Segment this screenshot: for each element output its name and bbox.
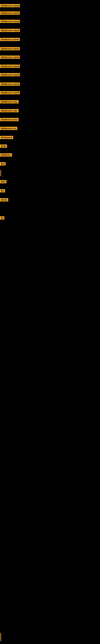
bottleneck-badge: Bottl (0, 144, 7, 148)
bottleneck-badge: Bottleneck result (0, 91, 20, 94)
bottleneck-badge: Bottleneck result (0, 4, 20, 7)
bottleneck-badge-wrapper: Bottleneck resu (0, 100, 19, 104)
bottleneck-badge: Bottleneck result (0, 56, 20, 59)
bottleneck-badge-wrapper: Bottleneck result (0, 29, 20, 33)
bottleneck-badge-wrapper: Bo (0, 216, 4, 220)
bottleneck-badge: Bottleneck result (0, 82, 20, 86)
bottleneck-badge: Bottleneck result (0, 38, 20, 41)
bottleneck-badge: Bott (0, 180, 6, 183)
bottleneck-badge: Bottleneck resu (0, 109, 19, 112)
bottleneck-badge-wrapper: Bottleneck resu (0, 118, 19, 122)
bottleneck-badge: Bottlenec (0, 153, 12, 156)
bottleneck-badge-wrapper: Bottleneck result (0, 4, 20, 8)
bottleneck-badge: Bottleneck res (0, 127, 17, 130)
bottleneck-badge: Bot (0, 162, 6, 166)
bottleneck-badge-wrapper: Bottleneck resu (0, 109, 19, 113)
bottleneck-badge-wrapper: Bottleneck result (0, 47, 20, 51)
vertical-line (0, 170, 1, 176)
bottleneck-badge: Bottleneck result (0, 64, 20, 68)
bottleneck-badge-wrapper: Bottleneck (0, 136, 13, 140)
bottleneck-badge-wrapper: Bottleneck result (0, 56, 20, 60)
bottleneck-badge-wrapper: Bot (0, 162, 6, 166)
bottleneck-badge: Bo (0, 216, 4, 220)
bottleneck-badge: Bottleneck resu (0, 100, 19, 104)
bottleneck-badge-wrapper: Bottle (0, 198, 8, 202)
bottleneck-badge: Bottle (0, 198, 8, 202)
bottleneck-badge-wrapper: Bottlenec (0, 153, 12, 158)
bottleneck-badge: Bo (0, 189, 5, 192)
bottleneck-badge: Bottleneck result (0, 73, 20, 76)
bottleneck-badge: Bottleneck (0, 136, 13, 139)
bottleneck-badge-wrapper: Bottleneck result (0, 12, 20, 16)
site-title (0, 0, 100, 2)
bottleneck-badge-wrapper: Bottleneck result (0, 91, 20, 95)
bottleneck-badge: Bottleneck result (0, 12, 20, 15)
bottleneck-badge-wrapper: Bottleneck result (0, 82, 20, 86)
bottleneck-badge: Bottleneck result (0, 20, 20, 23)
bottleneck-badge: Bottleneck result (0, 47, 20, 50)
bottleneck-badge-wrapper: Bo (0, 189, 5, 193)
vertical-line (0, 633, 1, 641)
bottleneck-badge: Bottleneck result (0, 29, 20, 32)
bottleneck-badge-wrapper: Bottleneck result (0, 38, 20, 42)
bottleneck-badge-wrapper: Bottleneck res (0, 127, 17, 131)
bottleneck-badge-wrapper: Bottleneck result (0, 20, 20, 24)
bottleneck-badge: Bottleneck resu (0, 118, 19, 121)
bottleneck-badge-wrapper: Bott (0, 180, 6, 184)
bottleneck-badge-wrapper: Bottleneck result (0, 73, 20, 77)
bottleneck-badge-wrapper: Bottl (0, 144, 7, 148)
bottleneck-badge-wrapper: Bottleneck result (0, 64, 20, 69)
